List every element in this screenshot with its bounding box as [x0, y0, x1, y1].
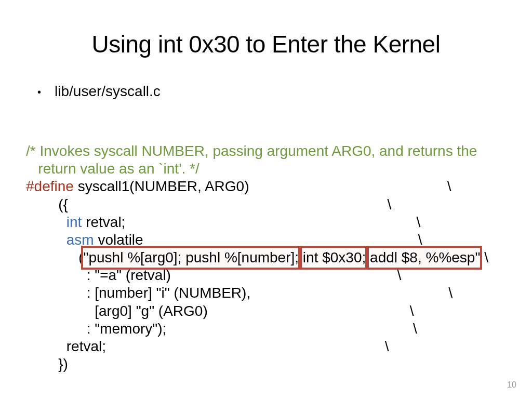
- asm-seg-2: int $0x30;: [299, 249, 366, 265]
- int-keyword: int: [66, 214, 82, 230]
- define-rest: syscall1(NUMBER, ARG0) \: [74, 178, 451, 194]
- define-line: #define syscall1(NUMBER, ARG0) \: [26, 178, 451, 194]
- comment-line-1: /* Invokes syscall NUMBER, passing argum…: [26, 143, 477, 159]
- page-number: 10: [507, 380, 516, 390]
- code-block: /* Invokes syscall NUMBER, passing argum…: [26, 125, 506, 391]
- bullet-dot-icon: •: [37, 83, 41, 101]
- input-constraint-line-1: : [number] "i" (NUMBER), \: [26, 285, 453, 301]
- brace-close-line: }): [26, 356, 68, 372]
- slide: Using int 0x30 to Enter the Kernel • lib…: [0, 0, 532, 399]
- int-rest: retval; \: [82, 214, 420, 230]
- int-line: int retval; \: [26, 214, 420, 230]
- input-constraint-line-2: [arg0] "g" (ARG0) \: [26, 303, 414, 319]
- asm-seg-1: "pushl %[arg0]; pushl %[number];: [83, 249, 299, 265]
- highlight-box-2: int $0x30;: [299, 249, 366, 267]
- clobber-line: : "memory"); \: [26, 321, 417, 337]
- asm-seg-3: addl $8, %%esp": [366, 249, 480, 265]
- slide-title: Using int 0x30 to Enter the Kernel: [26, 30, 506, 58]
- comment-line-2: return value as an `int'. */: [26, 161, 200, 177]
- highlight-box-3: addl $8, %%esp": [366, 249, 480, 267]
- brace-open-line: ({ \: [26, 196, 391, 212]
- define-keyword: #define: [26, 178, 74, 194]
- retval-line: retval; \: [26, 338, 389, 354]
- bullet-text: lib/user/syscall.c: [55, 83, 161, 100]
- asm-indent: (: [26, 249, 83, 265]
- highlight-box-1: "pushl %[arg0]; pushl %[number];: [83, 249, 299, 267]
- bullet-item: • lib/user/syscall.c: [26, 83, 506, 101]
- asm-instruction-line: ("pushl %[arg0]; pushl %[number]; int $0…: [26, 249, 488, 267]
